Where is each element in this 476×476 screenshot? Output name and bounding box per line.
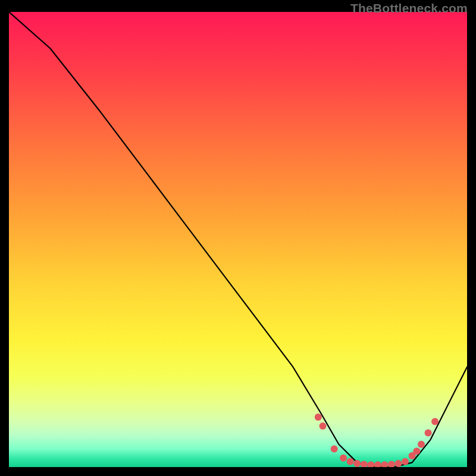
marker-dot — [331, 445, 338, 452]
marker-dot — [402, 458, 409, 465]
chart-svg — [9, 12, 467, 467]
bottleneck-curve — [9, 12, 467, 467]
marker-dot — [431, 418, 439, 425]
marker-dot — [367, 461, 374, 467]
watermark-text: TheBottleneck.com — [350, 1, 468, 15]
optimal-band-markers — [315, 414, 439, 467]
marker-dot — [315, 414, 322, 421]
marker-dot — [361, 461, 368, 467]
marker-dot — [340, 455, 347, 462]
marker-dot — [374, 461, 381, 467]
marker-dot — [381, 461, 388, 467]
chart-plot-area — [9, 12, 467, 467]
marker-dot — [320, 422, 327, 430]
marker-dot — [388, 461, 395, 467]
marker-dot — [425, 430, 432, 437]
marker-dot — [353, 460, 361, 467]
marker-dot — [395, 460, 402, 467]
marker-dot — [413, 447, 420, 455]
marker-dot — [347, 458, 354, 465]
marker-dot — [418, 441, 425, 448]
